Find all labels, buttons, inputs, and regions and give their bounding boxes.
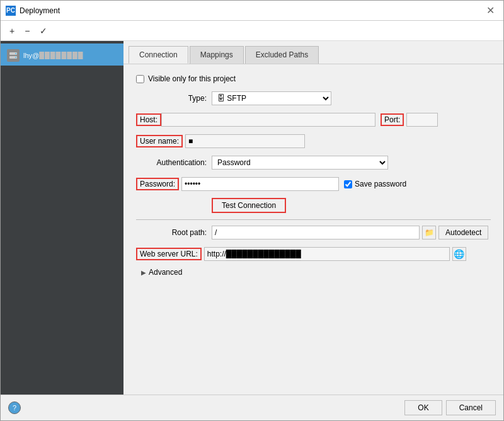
tabs: Connection Mappings Excluded Paths	[123, 41, 503, 64]
footer: ? OK Cancel	[1, 395, 503, 420]
svg-point-3	[15, 57, 16, 58]
autodetect-button[interactable]: Autodetect	[438, 226, 488, 239]
auth-select[interactable]: Password	[212, 156, 388, 170]
username-label: User name:	[136, 135, 183, 147]
host-input[interactable]	[161, 113, 375, 127]
test-connection-button[interactable]: Test Connection	[212, 198, 286, 213]
password-label: Password:	[136, 178, 179, 190]
save-password-wrap: Save password	[344, 180, 406, 188]
root-path-label: Root path:	[136, 228, 212, 237]
form-divider	[136, 219, 491, 220]
host-label: Host:	[136, 113, 161, 126]
advanced-label: Advanced	[149, 268, 182, 277]
server-avatar	[7, 49, 20, 62]
close-button[interactable]: ✕	[483, 3, 498, 18]
web-server-url-input[interactable]	[204, 247, 450, 261]
remove-button[interactable]: −	[21, 25, 33, 37]
web-server-url-label: Web server URL:	[136, 248, 202, 260]
main-area: lhy@████████ Connection Mappings Exclude…	[1, 41, 503, 395]
expand-icon: ▶	[141, 269, 146, 276]
password-row: Password: Save password	[136, 176, 491, 192]
save-password-checkbox[interactable]	[344, 180, 352, 188]
footer-right: OK Cancel	[404, 400, 496, 415]
auth-label: Authentication:	[136, 158, 212, 167]
title-bar: PC Deployment ✕	[1, 1, 503, 21]
advanced-row[interactable]: ▶ Advanced	[136, 268, 491, 277]
root-path-wrap: 📁 Autodetect	[212, 226, 488, 239]
content-area: Connection Mappings Excluded Paths Visib…	[123, 41, 503, 395]
save-password-label: Save password	[355, 180, 406, 188]
svg-point-2	[15, 53, 16, 54]
root-path-row: Root path: 📁 Autodetect	[136, 225, 491, 240]
auth-row: Authentication: Password	[136, 155, 491, 170]
footer-left: ?	[8, 401, 21, 414]
visible-only-row: Visible only for this project	[136, 74, 491, 83]
type-select[interactable]: 🗄 SFTP	[212, 91, 331, 105]
form-area: Visible only for this project Type: 🗄 SF…	[123, 64, 503, 395]
password-input[interactable]	[181, 177, 339, 191]
browse-folder-button[interactable]: 📁	[422, 226, 436, 239]
username-input[interactable]	[185, 134, 305, 148]
sidebar-item-label: lhy@████████	[23, 52, 84, 59]
root-path-input[interactable]	[212, 226, 420, 239]
tab-excluded-paths[interactable]: Excluded Paths	[245, 46, 319, 64]
username-row: User name:	[136, 134, 491, 149]
app-icon: PC	[6, 6, 16, 16]
port-wrapper: Port:	[381, 113, 438, 127]
toolbar: + − ✓	[1, 21, 503, 41]
dialog-title: Deployment	[20, 6, 60, 15]
visible-only-checkbox[interactable]	[136, 75, 144, 83]
deployment-dialog: PC Deployment ✕ + − ✓	[0, 0, 504, 421]
port-input[interactable]	[406, 113, 438, 127]
help-button[interactable]: ?	[8, 401, 21, 414]
title-bar-left: PC Deployment	[6, 6, 60, 16]
cancel-button[interactable]: Cancel	[446, 400, 496, 415]
open-url-button[interactable]: 🌐	[452, 247, 466, 261]
web-server-url-row: Web server URL: 🌐	[136, 246, 491, 262]
type-row: Type: 🗄 SFTP	[136, 91, 491, 106]
add-button[interactable]: +	[6, 25, 18, 37]
sidebar: lhy@████████	[1, 41, 123, 395]
visible-only-label: Visible only for this project	[148, 74, 236, 83]
port-label: Port:	[381, 113, 404, 126]
sidebar-item-server[interactable]: lhy@████████	[1, 45, 123, 66]
confirm-button[interactable]: ✓	[36, 25, 51, 37]
ok-button[interactable]: OK	[404, 400, 442, 415]
tab-connection[interactable]: Connection	[129, 46, 188, 64]
type-label: Type:	[136, 94, 212, 103]
web-url-wrap: 🌐	[204, 247, 491, 261]
test-connection-row: Test Connection	[136, 198, 491, 213]
host-row: Host: Port:	[136, 112, 491, 127]
tab-mappings[interactable]: Mappings	[190, 46, 244, 64]
